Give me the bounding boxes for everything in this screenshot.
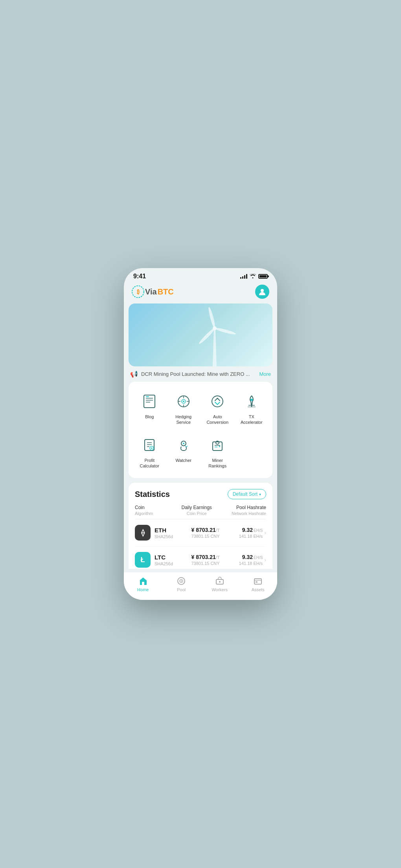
assets-icon	[253, 576, 263, 586]
svg-point-30	[183, 443, 184, 444]
service-hedging[interactable]: HedgingService	[167, 388, 200, 428]
svg-rect-12	[146, 396, 149, 397]
home-icon	[138, 576, 148, 586]
table-header: Coin Algorithm Daily Earnings Coin Price…	[135, 505, 266, 519]
signal-icon	[240, 274, 247, 279]
battery-icon	[258, 274, 268, 279]
service-watcher[interactable]: Watcher	[167, 432, 200, 472]
row-chevron-icon: ›	[264, 530, 266, 536]
nav-home-label: Home	[137, 587, 149, 592]
watcher-label: Watcher	[175, 458, 191, 463]
nav-home[interactable]: Home	[124, 576, 162, 592]
pool-icon	[177, 576, 186, 586]
coin-logo: ⟠	[135, 525, 151, 541]
earnings-cny: 73801.15 CNY	[191, 561, 219, 566]
auto-conversion-icon	[207, 391, 228, 412]
network-hashrate: 141.18 EH/s	[239, 561, 263, 566]
avatar-button[interactable]	[255, 285, 269, 299]
coin-hashrate: 9.32 EH/S 141.18 EH/s	[224, 554, 263, 566]
svg-point-21	[250, 399, 253, 401]
user-avatar-icon	[258, 287, 267, 296]
announcement-bar: 📢 DCR Mining Pool Launched: Mine with ZE…	[124, 366, 277, 382]
service-tx-accelerator[interactable]: TXAccelerator	[235, 388, 268, 428]
svg-point-40	[219, 581, 221, 583]
pool-hashrate-val: 9.32	[242, 554, 253, 560]
service-placeholder	[235, 432, 268, 472]
svg-rect-42	[256, 581, 258, 583]
service-profit-calculator[interactable]: ProfitCalculator	[133, 432, 166, 472]
coin-algo: SHA256d	[155, 561, 186, 566]
tx-accelerator-icon	[241, 391, 262, 412]
status-icons	[240, 274, 268, 280]
auto-conversion-label: AutoConversion	[206, 414, 228, 425]
nav-pool[interactable]: Pool	[162, 576, 201, 592]
announcement-more[interactable]: More	[259, 371, 271, 377]
services-card: Blog Hedgi	[129, 382, 272, 478]
coin-earnings: ¥ 8703.21/T 73801.15 CNY	[186, 527, 224, 539]
service-blog[interactable]: Blog	[133, 388, 166, 428]
table-row[interactable]: ⟠ ETH SHA256d ¥ 8703.21/T 73801.15 CNY 9…	[135, 519, 266, 546]
sort-label: Default Sort	[233, 491, 258, 497]
coin-earnings: ¥ 8703.21/T 73801.15 CNY	[186, 554, 224, 566]
announcement-icon: 📢	[130, 370, 138, 378]
blog-icon	[139, 391, 160, 412]
coin-info: ETH SHA256d	[155, 527, 186, 539]
services-grid-row1: Blog Hedgi	[133, 388, 268, 428]
nav-workers[interactable]: Workers	[200, 576, 239, 592]
svg-point-15	[183, 401, 184, 402]
nav-assets-label: Assets	[252, 587, 265, 592]
hedging-icon	[173, 391, 194, 412]
row-chevron-icon: ›	[264, 557, 266, 563]
coin-info: LTC SHA256d	[155, 554, 186, 566]
coin-name: LTC	[155, 554, 186, 561]
svg-point-5	[208, 307, 216, 329]
coin-name: ETH	[155, 527, 186, 533]
col-earnings-label: Daily Earnings	[181, 505, 212, 510]
col-network-label: Network Hashrate	[232, 511, 266, 516]
status-time: 9:41	[133, 273, 146, 280]
network-hashrate: 141.18 EH/s	[239, 534, 263, 539]
svg-rect-31	[213, 442, 222, 451]
profit-calculator-icon	[139, 435, 160, 455]
tx-accelerator-label: TXAccelerator	[241, 414, 263, 425]
col-coin: Coin Algorithm	[135, 505, 173, 516]
svg-rect-41	[254, 579, 261, 584]
statistics-section: Statistics Default Sort ▾ Coin Algorithm…	[129, 483, 272, 569]
scroll-content: 📢 DCR Mining Pool Launched: Mine with ZE…	[124, 303, 277, 569]
header: ₿ ViaBTC	[124, 281, 277, 303]
stats-header: Statistics Default Sort ▾	[135, 489, 266, 499]
sort-chevron-icon: ▾	[259, 492, 261, 497]
workers-icon	[215, 576, 224, 586]
nav-pool-label: Pool	[177, 587, 186, 592]
nav-assets[interactable]: Assets	[239, 576, 278, 592]
col-price-label: Coin Price	[187, 511, 207, 516]
logo-via: Via	[145, 287, 157, 296]
pool-hashrate-row: 9.32 EH/S	[242, 527, 263, 533]
pool-hashrate-val: 9.32	[242, 527, 253, 533]
table-row[interactable]: Ł LTC SHA256d ¥ 8703.21/T 73801.15 CNY 9…	[135, 546, 266, 569]
miner-rankings-icon	[207, 435, 228, 455]
col-coin-label: Coin	[135, 505, 173, 510]
stats-title: Statistics	[135, 490, 170, 499]
bottom-nav: Home Pool Workers Assets	[124, 572, 277, 600]
sort-button[interactable]: Default Sort ▾	[228, 489, 266, 499]
earnings-main: ¥ 8703.21/T	[191, 554, 220, 560]
windmill-illustration	[191, 305, 238, 366]
profit-calculator-label: ProfitCalculator	[140, 458, 159, 469]
earnings-cny: 73801.15 CNY	[191, 534, 219, 539]
col-algo-label: Algorithm	[135, 511, 173, 516]
coin-rows: ⟠ ETH SHA256d ¥ 8703.21/T 73801.15 CNY 9…	[135, 519, 266, 569]
service-auto-conversion[interactable]: AutoConversion	[201, 388, 234, 428]
service-miner-rankings[interactable]: MinerRankings	[201, 432, 234, 472]
svg-point-7	[198, 327, 216, 345]
logo-bitcoin-icon: ₿	[132, 285, 144, 298]
services-grid-row2: ProfitCalculator Watcher	[133, 432, 268, 472]
earnings-main: ¥ 8703.21/T	[191, 527, 220, 533]
coin-algo: SHA256d	[155, 534, 186, 539]
svg-text:₿: ₿	[137, 289, 140, 295]
svg-rect-35	[142, 582, 144, 585]
nav-workers-label: Workers	[212, 587, 228, 592]
status-bar: 9:41	[124, 268, 277, 281]
col-hashrate-label: Pool Hashrate	[236, 505, 266, 510]
svg-point-2	[261, 289, 264, 292]
